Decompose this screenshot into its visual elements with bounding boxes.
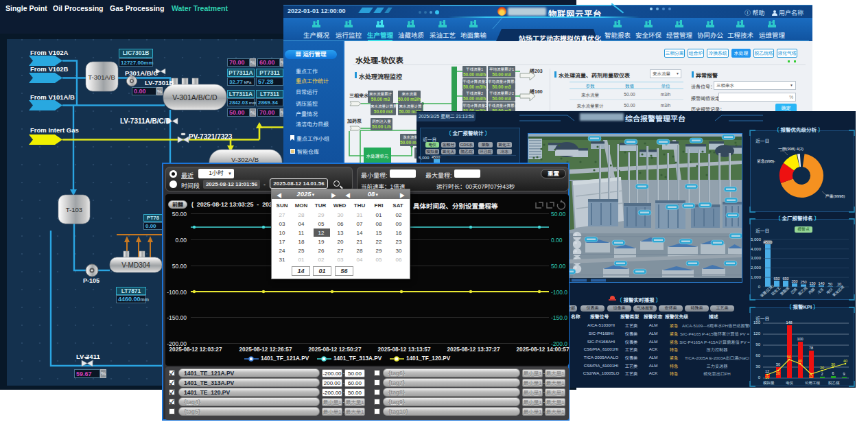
svg-text:V-301A/B/C/D: V-301A/B/C/D [172, 93, 218, 102]
svg-text:V-MD304: V-MD304 [121, 261, 150, 269]
svg-text:LV-7301B: LV-7301B [145, 79, 174, 86]
svg-text:LV-7311A/B/C/D: LV-7311A/B/C/D [120, 117, 171, 125]
svg-text:LV-7411: LV-7411 [76, 353, 100, 360]
svg-text:P-105: P-105 [83, 277, 99, 284]
svg-text:T-103: T-103 [66, 206, 82, 213]
svg-text:From Intert Gas: From Intert Gas [30, 126, 79, 134]
svg-text:T-301A/B: T-301A/B [88, 73, 115, 81]
svg-text:PV-7321/7323: PV-7321/7323 [189, 133, 233, 141]
svg-text:From V102A: From V102A [30, 49, 69, 56]
svg-text:From V101A/B: From V101A/B [30, 93, 75, 101]
svg-text:From V102B: From V102B [30, 65, 69, 73]
svg-text:P301A/B/C: P301A/B/C [125, 69, 158, 77]
